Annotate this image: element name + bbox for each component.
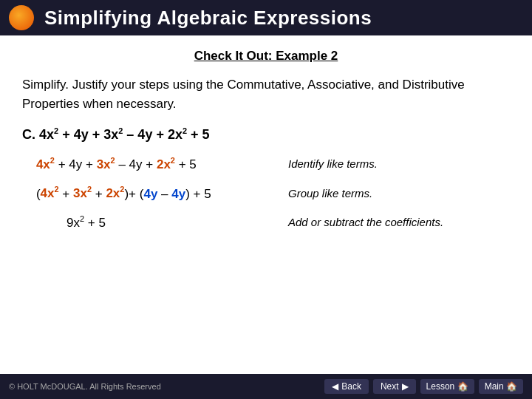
intro-text: Simplify. Justify your steps using the C… (22, 75, 510, 113)
main-content: Check It Out: Example 2 Simplify. Justif… (0, 35, 532, 374)
step-3-description: Add or subtract the coefficients. (288, 214, 510, 230)
subtitle: Check It Out: Example 2 (22, 49, 510, 64)
lesson-button[interactable]: Lesson 🏠 (420, 379, 474, 394)
copyright-text: © HOLT McDOUGAL. All Rights Reserved (9, 382, 161, 391)
back-button[interactable]: ◀ Back (324, 379, 369, 394)
footer-bar: © HOLT McDOUGAL. All Rights Reserved ◀ B… (0, 374, 532, 399)
next-label: Next (381, 381, 399, 392)
step-2-row: (4x2 + 3x2 + 2x2)+ (4y – 4y) + 5 Group l… (22, 185, 510, 202)
step-1-expression: 4x2 + 4y + 3x2 – 4y + 2x2 + 5 (22, 156, 273, 172)
back-label: Back (341, 381, 361, 392)
main-label: Main (485, 381, 504, 392)
problem-label: C. 4x2 + 4y + 3x2 – 4y + 2x2 + 5 (22, 126, 510, 143)
main-button[interactable]: Main 🏠 (479, 379, 523, 394)
page-title: Simplifying Algebraic Expressions (44, 7, 372, 30)
lesson-label: Lesson (426, 381, 455, 392)
next-arrow-icon: ▶ (402, 381, 409, 392)
step-2-description: Group like terms. (288, 185, 510, 201)
step-1-description: Identify like terms. (288, 156, 510, 171)
header-bar: Simplifying Algebraic Expressions (0, 0, 532, 35)
step-3-expression: 9x2 + 5 (22, 214, 273, 231)
step-3-row: 9x2 + 5 Add or subtract the coefficients… (22, 214, 510, 231)
main-home-icon: 🏠 (506, 381, 517, 392)
footer-nav: ◀ Back Next ▶ Lesson 🏠 Main 🏠 (324, 379, 523, 394)
step-1-row: 4x2 + 4y + 3x2 – 4y + 2x2 + 5 Identify l… (22, 156, 510, 172)
lesson-home-icon: 🏠 (457, 381, 468, 392)
next-button[interactable]: Next ▶ (373, 379, 416, 394)
back-arrow-icon: ◀ (332, 381, 338, 392)
step-2-expression: (4x2 + 3x2 + 2x2)+ (4y – 4y) + 5 (22, 185, 273, 202)
orange-circle-icon (9, 5, 34, 30)
